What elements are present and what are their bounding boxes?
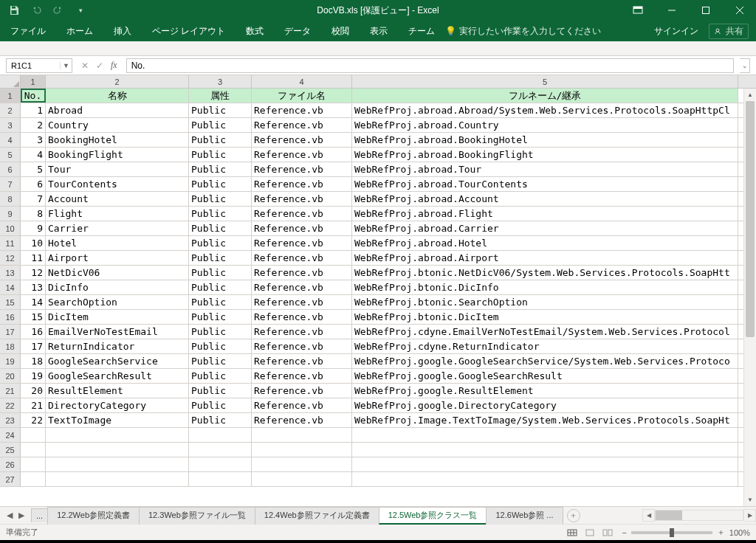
cell-name[interactable]: DicItem (46, 310, 189, 324)
ribbon-tab-data[interactable]: データ (274, 21, 321, 41)
cell-attr[interactable]: Public (189, 162, 252, 176)
ribbon-tab-formulas[interactable]: 数式 (236, 21, 274, 41)
sheet-tab[interactable]: 12.4Web参照ファイル定義書 (255, 507, 379, 525)
row-header[interactable]: 23 (0, 413, 21, 427)
cell-file[interactable]: Reference.vb (252, 354, 352, 368)
col-header-2[interactable]: 2 (46, 75, 189, 88)
row-header[interactable]: 4 (0, 133, 21, 147)
row-header[interactable]: 6 (0, 162, 21, 176)
cell-file[interactable]: Reference.vb (252, 118, 352, 132)
select-all-corner[interactable] (0, 75, 21, 88)
view-pagelayout-icon[interactable] (582, 527, 598, 539)
cell-full[interactable]: WebRefProj.google.DirectoryCategory (352, 398, 738, 412)
cell-no[interactable]: 5 (21, 162, 46, 176)
cell[interactable] (46, 443, 189, 457)
cell-no[interactable]: 3 (21, 133, 46, 147)
zoom-slider-handle[interactable] (670, 528, 674, 537)
cell-full[interactable]: WebRefProj.google.GoogleSearchService/Sy… (352, 354, 738, 368)
cell-name[interactable]: SearchOption (46, 295, 189, 309)
cell-file[interactable]: Reference.vb (252, 384, 352, 398)
cell-no[interactable]: 16 (21, 325, 46, 339)
cell-name[interactable]: DirectoryCategory (46, 398, 189, 412)
cell-name[interactable]: Tour (46, 162, 189, 176)
cell-no[interactable]: 21 (21, 398, 46, 412)
cell[interactable] (21, 472, 46, 486)
row-header[interactable]: 10 (0, 221, 21, 235)
row-header[interactable]: 27 (0, 472, 21, 486)
col-header-3[interactable]: 3 (189, 75, 252, 88)
cell-name[interactable]: GoogleSearchService (46, 354, 189, 368)
cell-attr[interactable]: Public (189, 325, 252, 339)
cell-no[interactable]: 18 (21, 354, 46, 368)
cell-name[interactable]: ResultElement (46, 384, 189, 398)
cell[interactable] (352, 472, 738, 486)
cell-no[interactable]: 13 (21, 280, 46, 294)
cell-full[interactable]: WebRefProj.abroad.Tour (352, 162, 738, 176)
cell-header-name[interactable]: 名称 (46, 89, 189, 103)
zoom-slider[interactable] (631, 531, 712, 534)
cell-attr[interactable]: Public (189, 133, 252, 147)
cell-full[interactable]: WebRefProj.abroad.Flight (352, 207, 738, 221)
cell-name[interactable]: Account (46, 192, 189, 206)
cell-file[interactable]: Reference.vb (252, 221, 352, 235)
cell[interactable] (352, 428, 738, 442)
cell-no[interactable]: 14 (21, 295, 46, 309)
cell-attr[interactable]: Public (189, 266, 252, 280)
sheet-tab[interactable]: 12.6Web参照 ... (486, 507, 563, 525)
row-header[interactable]: 24 (0, 428, 21, 442)
cell-no[interactable]: 12 (21, 266, 46, 280)
cell[interactable] (189, 457, 252, 471)
cell-no[interactable]: 9 (21, 221, 46, 235)
row-header[interactable]: 14 (0, 280, 21, 294)
cell-full[interactable]: WebRefProj.abroad.Country (352, 118, 738, 132)
sheet-tab-more-left[interactable]: ... (31, 508, 48, 522)
sheet-tab[interactable]: 12.2Web参照定義書 (47, 507, 140, 525)
ribbon-tab-review[interactable]: 校閲 (321, 21, 360, 41)
cell-header-file[interactable]: ファイル名 (252, 89, 352, 103)
new-sheet-button[interactable]: ＋ (567, 509, 580, 522)
row-header[interactable]: 9 (0, 207, 21, 221)
maximize-button[interactable] (690, 0, 722, 21)
cell-file[interactable]: Reference.vb (252, 236, 352, 250)
cell-no[interactable]: 7 (21, 192, 46, 206)
ribbon-tab-pagelayout[interactable]: ページ レイアウト (142, 21, 236, 41)
row-header[interactable]: 25 (0, 443, 21, 457)
sheet-tab[interactable]: 12.3Web参照ファイル一覧 (139, 507, 255, 525)
cell-name[interactable]: Airport (46, 251, 189, 265)
cell-no[interactable]: 2 (21, 118, 46, 132)
cell-full[interactable]: WebRefProj.cdyne.ReturnIndicator (352, 339, 738, 353)
cell-no[interactable]: 6 (21, 177, 46, 191)
cell-full[interactable]: WebRefProj.google.GoogleSearchResult (352, 369, 738, 383)
cell[interactable] (252, 472, 352, 486)
col-header-4[interactable]: 4 (252, 75, 352, 88)
row-header[interactable]: 18 (0, 339, 21, 353)
cell[interactable] (352, 443, 738, 457)
cell-attr[interactable]: Public (189, 369, 252, 383)
cell-file[interactable]: Reference.vb (252, 266, 352, 280)
tell-me[interactable]: 💡 実行したい作業を入力してください (445, 21, 601, 41)
cell[interactable] (189, 472, 252, 486)
cell-file[interactable]: Reference.vb (252, 162, 352, 176)
cell-attr[interactable]: Public (189, 148, 252, 162)
cell-file[interactable]: Reference.vb (252, 148, 352, 162)
sheet-tab[interactable]: 12.5Web参照クラス一覧 (379, 507, 487, 525)
save-icon[interactable] (6, 2, 22, 18)
cell-file[interactable]: Reference.vb (252, 339, 352, 353)
cell-attr[interactable]: Public (189, 177, 252, 191)
view-normal-icon[interactable] (564, 527, 580, 539)
formula-expand-icon[interactable]: ⌄ (740, 58, 750, 73)
row-header[interactable]: 21 (0, 384, 21, 398)
cell-name[interactable]: Hotel (46, 236, 189, 250)
cell-attr[interactable]: Public (189, 251, 252, 265)
cell[interactable] (189, 428, 252, 442)
row-header[interactable]: 20 (0, 369, 21, 383)
scroll-up-icon[interactable]: ▲ (744, 89, 756, 101)
cell-full[interactable]: WebRefProj.abroad.BookingHotel (352, 133, 738, 147)
cell-name[interactable]: TextToImage (46, 413, 189, 427)
cell-file[interactable]: Reference.vb (252, 369, 352, 383)
cell-name[interactable]: Country (46, 118, 189, 132)
cell-attr[interactable]: Public (189, 280, 252, 294)
cell-full[interactable]: WebRefProj.cdyne.EmailVerNoTestEmail/Sys… (352, 325, 738, 339)
cell-no[interactable]: 8 (21, 207, 46, 221)
cell-file[interactable]: Reference.vb (252, 295, 352, 309)
